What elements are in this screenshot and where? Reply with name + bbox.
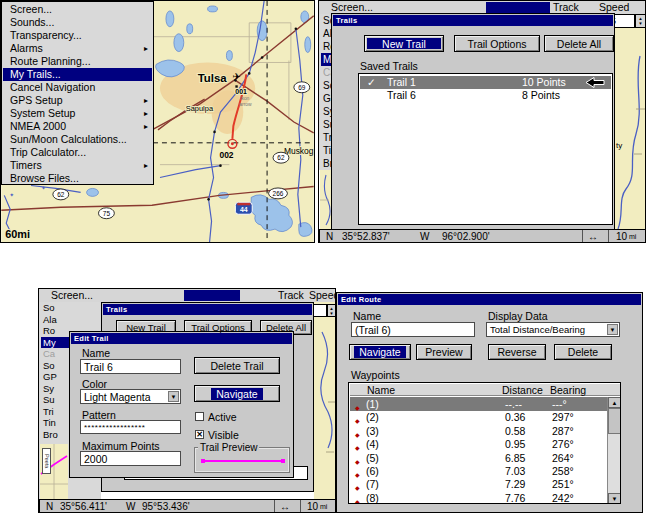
trails-dialog-titlebar: Trails [103,304,312,315]
status-divider [300,500,301,513]
map-range-value: 10 [616,230,627,243]
menu-stub-sy[interactable]: Sy [43,383,54,395]
waypoint-row[interactable]: ◆(8)7.76242° [350,491,607,504]
menu-item-alarms[interactable]: Alarms▸ [3,42,152,55]
menu-item-cancel-navigation[interactable]: Cancel Navigation [3,81,152,94]
waypoint-row[interactable]: ◆(1)--.-----° [350,397,607,411]
trail-name-input[interactable]: Trail 6 [80,359,181,374]
waypoint-distance: 7.03 [505,464,525,478]
pattern-input[interactable]: ***************** [80,420,181,434]
edit-route-title: Edit Route [341,295,382,304]
menu-item-browse-files[interactable]: Browse Files... [3,172,152,185]
waypoint-row[interactable]: ◆(6)7.03258° [350,464,607,478]
menu-stub-tri[interactable]: Tri [43,406,54,418]
menu-item-system-setup[interactable]: System Setup▸ [3,107,152,120]
waypoint-row[interactable]: ◆(5)6.85264° [350,451,607,465]
delete-all-button[interactable]: Delete All [544,35,614,52]
name-label: Name [353,310,381,322]
waypoint-row[interactable]: ◆(4)0.95276° [350,437,607,451]
navigate-button[interactable]: Navigate [349,344,411,360]
menu-stub-bro[interactable]: Bro [43,429,58,441]
menu-item-sounds[interactable]: Sounds... [3,16,152,29]
trail-preview-label: Trail Preview [198,442,259,453]
spinner-arrows-icon[interactable]: ▲▼ [327,304,336,317]
waypoint-row[interactable]: ◆(2)0.36297° [350,410,607,424]
menu-stub-gp[interactable]: GP [43,371,57,383]
menu-item-screen[interactable]: Screen... [3,3,152,16]
trails-dialog-title: Trails [336,16,357,25]
trail-preview-box: Trail Preview [194,447,290,473]
preview-button[interactable]: Preview [416,344,472,360]
menu-stub-su[interactable]: Su [43,394,55,406]
selected-data-box[interactable] [184,290,240,301]
maximum-points-input[interactable]: 2000 [80,451,181,466]
delete-trail-button[interactable]: Delete Trail [194,357,280,374]
trails-dialog-title: Trails [106,305,127,314]
waypoint-bearing: 276° [552,437,574,451]
menu-stub-tin[interactable]: Tin [43,417,56,429]
trail-row[interactable]: Trail 68 Points [360,89,611,102]
spinner-arrows-icon[interactable]: ▲▼ [635,14,646,28]
saved-trails-list[interactable]: ✓Trail 110 PointsTrail 68 Points [358,73,613,225]
dropdown-arrow-icon[interactable]: ▼ [607,324,618,335]
menu-item-timers[interactable]: Timers▸ [3,159,152,172]
column-bearing: Bearing [550,384,586,396]
waypoint-bearing: 287° [552,424,574,438]
map-range-unit: mi [629,230,636,243]
scrollbar[interactable]: ▲ ▼ [607,397,621,504]
column-name: Name [367,384,395,396]
trail-name: Trail 1 [387,76,416,89]
map-range-unit: mi [320,500,327,513]
main-menu: Screen...Sounds...Transparency...Alarms▸… [1,1,154,185]
display-data-label: Display Data [488,310,548,322]
selected-data-box[interactable] [486,2,550,13]
menu-item-transparency[interactable]: Transparency... [3,29,152,42]
status-ns: N [326,230,333,243]
menu-item-sun-moon-calculations[interactable]: Sun/Moon Calculations... [3,133,152,146]
edit-trail-titlebar: Edit Trail [71,333,292,344]
waypoints-list[interactable]: Name Distance Bearing ◆(1)--.-----°◆(2)0… [348,382,621,504]
shield-75: 75 [103,210,111,217]
status-ns: N [46,500,53,513]
menu-stub-so[interactable]: So [43,360,55,372]
menu-item-nmea-2000[interactable]: NMEA 2000▸ [3,120,152,133]
scroll-up-icon[interactable]: ▲ [608,397,621,408]
navigate-button[interactable]: Navigate [194,385,280,402]
svg-text:✦: ✦ [9,192,14,198]
panel-map-menu: ✈ Tulsa Sapulpa Muskog 001 002 60mi ikon… [0,0,315,243]
color-select[interactable]: Light Magenta ▼ [80,389,181,404]
menu-item-my-trails[interactable]: My Trails... [3,68,152,81]
waypoint-rows: ◆(1)--.-----°◆(2)0.36297°◆(3)0.58287°◆(4… [349,397,607,504]
visible-label: Visible [208,429,239,441]
trail-row[interactable]: ✓Trail 110 Points [360,76,611,89]
dropdown-arrow-icon[interactable]: ▼ [168,391,179,402]
waypoint-row[interactable]: ◆(7)7.29251° [350,477,607,491]
menu-stub-so[interactable]: So [43,302,55,314]
menu-stub-ro[interactable]: Ro [43,325,55,337]
waypoint-name: (2) [366,410,379,424]
menu-item-route-planning[interactable]: Route Planning... [3,55,152,68]
menu-item-trip-calculator[interactable]: Trip Calculator... [3,146,152,159]
scroll-thumb[interactable] [608,408,621,434]
trail-options-button[interactable]: Trail Options [184,320,252,335]
trail-preview-endpoint [201,459,205,463]
waypoint-row[interactable]: ◆(3)0.58287° [350,424,607,438]
waypoint-bearing: 297° [552,410,574,424]
scroll-down-icon[interactable]: ▼ [608,493,621,504]
new-trail-button[interactable]: New Trail [364,35,444,52]
display-data-select[interactable]: Total Distance/Bearing ▼ [486,322,620,337]
trail-options-button[interactable]: Trail Options [454,35,540,52]
screenshot-canvas: ✈ Tulsa Sapulpa Muskog 001 002 60mi ikon… [0,0,646,513]
visible-checkbox[interactable]: ✕ [195,430,204,439]
menu-stub-ca[interactable]: Ca [43,348,55,360]
delete-button[interactable]: Delete [554,344,612,360]
menu-item-screen[interactable]: Screen... [51,289,93,302]
active-checkbox[interactable] [195,412,204,421]
route-name-input[interactable]: (Trail 6) [351,322,475,337]
menu-stub-ala[interactable]: Ala [43,314,57,326]
menu-item-gps-setup[interactable]: GPS Setup▸ [3,94,152,107]
menu-stub-my[interactable]: My [41,337,69,349]
status-bar: N 35°52.837' W 96°02.900' ↔ 10 mi [319,229,646,243]
delete-all-button[interactable]: Delete All [260,320,312,335]
reverse-button[interactable]: Reverse [488,344,546,360]
